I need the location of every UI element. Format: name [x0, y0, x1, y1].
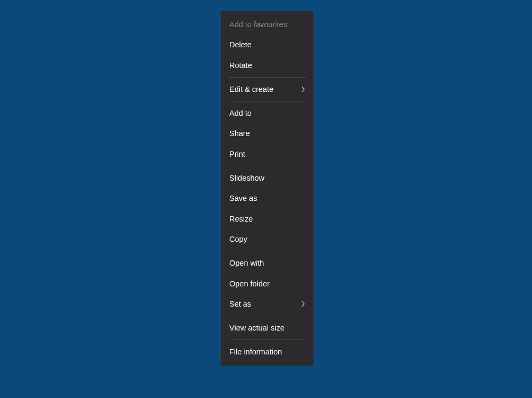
menu-label: File information [229, 346, 282, 357]
menu-item-open-with[interactable]: Open with [221, 253, 313, 273]
chevron-right-icon [301, 301, 306, 307]
menu-label: Share [229, 128, 250, 139]
menu-item-delete[interactable]: Delete [221, 35, 313, 55]
menu-item-set-as[interactable]: Set as [221, 294, 313, 314]
menu-label: Delete [229, 39, 252, 50]
menu-item-add-to[interactable]: Add to [221, 103, 313, 123]
menu-item-print[interactable]: Print [221, 144, 313, 164]
menu-label: Print [229, 149, 245, 159]
menu-label: Open with [229, 258, 264, 268]
chevron-right-icon [301, 87, 306, 92]
menu-label: Resize [229, 214, 253, 224]
menu-label: Slideshow [229, 173, 264, 183]
menu-label: Rotate [229, 60, 252, 71]
menu-item-share[interactable]: Share [221, 123, 313, 143]
menu-label: Edit & create [229, 84, 273, 95]
menu-label: Open folder [229, 278, 270, 289]
menu-item-slideshow[interactable]: Slideshow [221, 168, 313, 188]
menu-item-file-information[interactable]: File information [221, 342, 313, 362]
menu-label: View actual size [229, 323, 285, 333]
menu-item-add-favourites: Add to favourites [221, 14, 313, 35]
menu-item-rotate[interactable]: Rotate [221, 55, 313, 75]
menu-label: Save as [229, 193, 257, 204]
menu-label: Copy [229, 234, 247, 244]
menu-label: Set as [229, 299, 251, 309]
menu-item-resize[interactable]: Resize [221, 209, 313, 229]
menu-item-edit-create[interactable]: Edit & create [221, 79, 313, 99]
menu-item-view-actual-size[interactable]: View actual size [221, 318, 313, 338]
menu-separator [229, 101, 306, 101]
menu-separator [229, 77, 306, 78]
menu-item-save-as[interactable]: Save as [221, 188, 313, 208]
menu-separator [229, 340, 306, 340]
menu-item-open-folder[interactable]: Open folder [221, 274, 313, 294]
menu-label: Add to [229, 108, 252, 118]
context-menu: Add to favourites Delete Rotate Edit & c… [220, 11, 314, 366]
menu-separator [229, 166, 306, 166]
menu-label: Add to favourites [229, 19, 287, 30]
menu-item-copy[interactable]: Copy [221, 229, 313, 249]
menu-separator [229, 316, 306, 316]
menu-separator [229, 251, 306, 251]
